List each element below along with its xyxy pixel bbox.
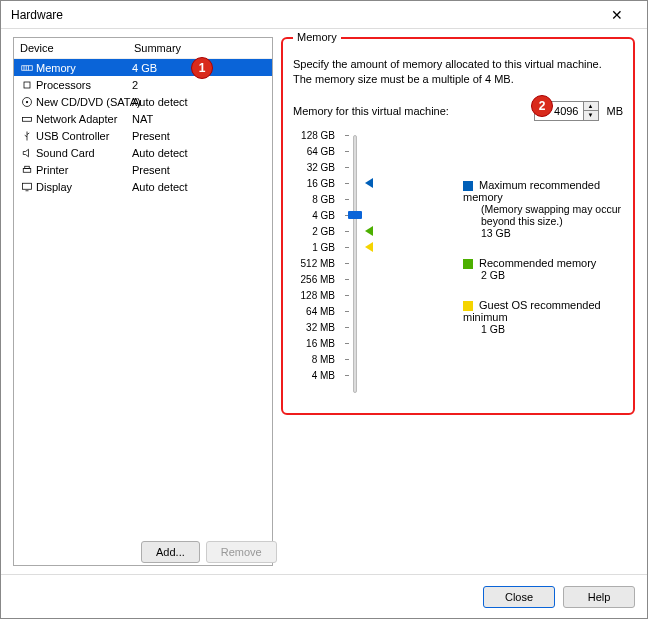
device-name: New CD/DVD (SATA) xyxy=(36,96,132,108)
sound-icon xyxy=(20,146,34,160)
device-buttons: Add... Remove xyxy=(141,541,277,563)
marker-green-icon xyxy=(365,226,373,236)
net-icon xyxy=(20,112,34,126)
device-row-usb[interactable]: USB ControllerPresent xyxy=(14,127,272,144)
tick-label: 512 MB xyxy=(293,258,335,269)
tick-label: 32 MB xyxy=(293,322,335,333)
col-device[interactable]: Device xyxy=(20,42,134,54)
device-summary: Present xyxy=(132,164,268,176)
device-summary: Auto detect xyxy=(132,147,268,159)
tick xyxy=(345,375,349,376)
device-name: Memory xyxy=(36,62,132,74)
tick-label: 2 GB xyxy=(293,226,335,237)
device-row-memory[interactable]: Memory4 GB xyxy=(14,59,272,76)
spin-up-icon[interactable]: ▲ xyxy=(584,102,598,111)
legend-min: Guest OS recommended minimum 1 GB xyxy=(463,299,623,335)
memory-group: Memory Specify the amount of memory allo… xyxy=(281,37,635,415)
svg-point-6 xyxy=(26,100,28,102)
device-summary: 2 xyxy=(132,79,268,91)
tick-label: 8 MB xyxy=(293,354,335,365)
add-button[interactable]: Add... xyxy=(141,541,200,563)
marker-yellow-icon xyxy=(365,242,373,252)
printer-icon xyxy=(20,163,34,177)
tick-label: 32 GB xyxy=(293,162,335,173)
tick xyxy=(345,279,349,280)
memory-slider[interactable]: Maximum recommended memory (Memory swapp… xyxy=(293,135,623,395)
swatch-yellow-icon xyxy=(463,301,473,311)
tick xyxy=(345,263,349,264)
device-row-net[interactable]: Network AdapterNAT xyxy=(14,110,272,127)
device-summary: Auto detect xyxy=(132,181,268,193)
svg-rect-4 xyxy=(24,82,30,88)
svg-rect-0 xyxy=(22,65,33,70)
cpu-icon xyxy=(20,78,34,92)
col-summary[interactable]: Summary xyxy=(134,42,266,54)
tick xyxy=(345,295,349,296)
legend-rec: Recommended memory 2 GB xyxy=(463,257,623,281)
spin-down-icon[interactable]: ▼ xyxy=(584,111,598,120)
svg-rect-7 xyxy=(23,117,32,121)
svg-rect-9 xyxy=(25,166,30,168)
disc-icon xyxy=(20,95,34,109)
display-icon xyxy=(20,180,34,194)
list-header: Device Summary xyxy=(14,38,272,59)
tick xyxy=(345,231,349,232)
tick-label: 1 GB xyxy=(293,242,335,253)
annotation-badge-2: 2 xyxy=(531,95,553,117)
device-name: USB Controller xyxy=(36,130,132,142)
memory-input-row: Memory for this virtual machine: ▲ ▼ MB xyxy=(293,101,623,121)
memory-icon xyxy=(20,61,34,75)
slider-legend: Maximum recommended memory (Memory swapp… xyxy=(463,179,623,353)
device-name: Display xyxy=(36,181,132,193)
remove-button[interactable]: Remove xyxy=(206,541,277,563)
slider-track[interactable] xyxy=(353,135,357,393)
tick xyxy=(345,327,349,328)
slider-thumb[interactable] xyxy=(348,211,362,219)
window-title: Hardware xyxy=(11,8,597,22)
memory-description: Specify the amount of memory allocated t… xyxy=(293,57,623,87)
swatch-blue-icon xyxy=(463,181,473,191)
device-summary: Auto detect xyxy=(132,96,268,108)
tick xyxy=(345,151,349,152)
tick-label: 64 GB xyxy=(293,146,335,157)
legend-max: Maximum recommended memory (Memory swapp… xyxy=(463,179,623,239)
title-bar: Hardware ✕ xyxy=(1,1,647,29)
swatch-green-icon xyxy=(463,259,473,269)
help-button[interactable]: Help xyxy=(563,586,635,608)
tick-label: 256 MB xyxy=(293,274,335,285)
tick-label: 4 GB xyxy=(293,210,335,221)
close-icon[interactable]: ✕ xyxy=(597,7,637,23)
tick xyxy=(345,199,349,200)
device-row-display[interactable]: DisplayAuto detect xyxy=(14,178,272,195)
device-row-disc[interactable]: New CD/DVD (SATA)Auto detect xyxy=(14,93,272,110)
tick-label: 8 GB xyxy=(293,194,335,205)
device-row-cpu[interactable]: Processors2 xyxy=(14,76,272,93)
device-name: Processors xyxy=(36,79,132,91)
tick xyxy=(345,135,349,136)
annotation-badge-1: 1 xyxy=(191,57,213,79)
close-button[interactable]: Close xyxy=(483,586,555,608)
tick xyxy=(345,311,349,312)
tick xyxy=(345,183,349,184)
tick xyxy=(345,167,349,168)
tick xyxy=(345,247,349,248)
dialog-buttons: Close Help xyxy=(1,574,647,618)
tick-label: 128 MB xyxy=(293,290,335,301)
tick-label: 128 GB xyxy=(293,130,335,141)
spinner-buttons[interactable]: ▲ ▼ xyxy=(583,102,598,120)
device-name: Printer xyxy=(36,164,132,176)
settings-panel: Memory Specify the amount of memory allo… xyxy=(281,37,635,566)
device-list[interactable]: Memory4 GBProcessors2New CD/DVD (SATA)Au… xyxy=(14,59,272,565)
tick-label: 4 MB xyxy=(293,370,335,381)
device-row-printer[interactable]: PrinterPresent xyxy=(14,161,272,178)
tick xyxy=(345,343,349,344)
device-summary: Present xyxy=(132,130,268,142)
memory-unit: MB xyxy=(607,105,624,117)
device-name: Sound Card xyxy=(36,147,132,159)
device-list-panel: Device Summary Memory4 GBProcessors2New … xyxy=(13,37,273,566)
tick-label: 64 MB xyxy=(293,306,335,317)
device-summary: NAT xyxy=(132,113,268,125)
memory-input-label: Memory for this virtual machine: xyxy=(293,105,449,117)
device-row-sound[interactable]: Sound CardAuto detect xyxy=(14,144,272,161)
tick-label: 16 GB xyxy=(293,178,335,189)
